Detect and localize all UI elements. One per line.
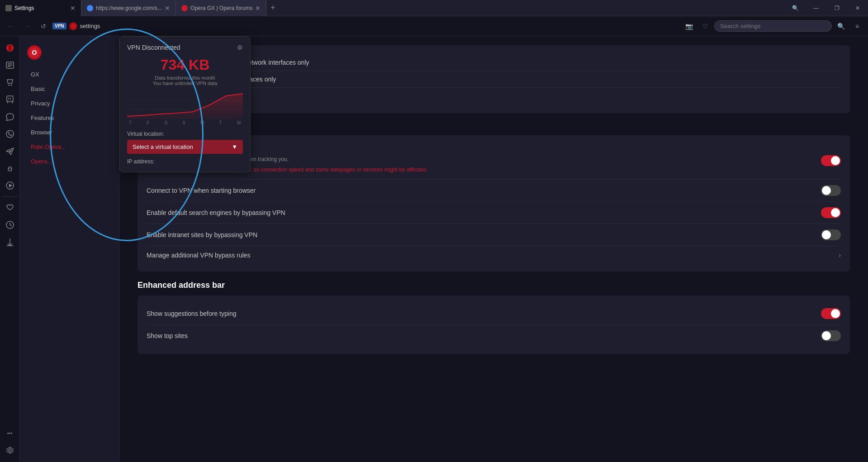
tab-settings-label: Settings [14, 5, 34, 11]
vpn-location-label: Virtual location: [127, 131, 243, 137]
title-search-icon[interactable]: 🔍 [785, 0, 806, 16]
vpn-bypass-intranet-row: Enable intranet sites by bypassing VPN [147, 224, 841, 246]
sidebar-icon-messenger[interactable] [2, 109, 18, 125]
vpn-popup-header: VPN Disconnected ⚙ [127, 44, 243, 51]
enhanced-address-bar-card: Show suggestions before typing Show top … [138, 295, 850, 354]
enhanced-address-bar-section: Enhanced address bar Show suggestions be… [138, 281, 850, 354]
show-suggestions-left: Show suggestions before typing [147, 310, 821, 317]
svg-point-1 [8, 45, 12, 51]
vpn-bypass-search-knob [831, 208, 840, 217]
radio-default-public[interactable]: Use default public network interfaces on… [147, 71, 841, 88]
show-suggestions-label: Show suggestions before typing [147, 310, 821, 317]
tab-google-close[interactable]: ✕ [165, 5, 170, 12]
svg-rect-8 [7, 96, 13, 101]
tab-opera-forums[interactable]: Opera GX | Opera forums ✕ [176, 0, 266, 16]
minimize-button[interactable]: — [806, 0, 826, 16]
sidebar-icon-discord[interactable] [2, 160, 18, 176]
vpn-dropdown-arrow: ▼ [232, 143, 237, 150]
nav-item-browser[interactable]: Browser [24, 125, 115, 139]
svg-point-13 [10, 168, 11, 169]
sidebar-icon-settings[interactable] [2, 442, 18, 458]
toolbar-right: 📷 ♡ 🔍 ≡ [682, 19, 864, 33]
vpn-enable-row: Enable VPN Learn more Browse with VPN to… [147, 143, 841, 180]
vpn-bypass-intranet-left: Enable intranet sites by bypassing VPN [147, 231, 821, 238]
vpn-kb-value: 734 KB [161, 57, 210, 73]
opera-logo-icon [69, 22, 77, 30]
nav-item-basic[interactable]: Basic [24, 82, 115, 96]
google-favicon [87, 5, 93, 11]
main-layout: ••• O GX Basic Privacy Features Browser … [0, 36, 868, 462]
search-button[interactable]: 🔍 [834, 19, 848, 33]
svg-marker-15 [9, 184, 12, 187]
vpn-bypass-search-toggle[interactable] [821, 207, 841, 218]
settings-favicon [5, 5, 12, 11]
vpn-location-select[interactable]: Select a virtual location ▼ [127, 140, 243, 154]
sidebar-icon-telegram[interactable] [2, 143, 18, 159]
nav-item-features[interactable]: Features [24, 111, 115, 125]
sidebar-icon-heart[interactable] [2, 200, 18, 216]
favorites-button[interactable]: ♡ [698, 19, 712, 33]
nav-item-rate[interactable]: Rate Opera... [24, 140, 115, 154]
tab-settings[interactable]: Settings ✕ [0, 0, 81, 16]
chart-day-s1: S [164, 120, 167, 125]
menu-button[interactable]: ≡ [850, 19, 864, 33]
sidebar-icon-dots[interactable]: ••• [2, 425, 18, 441]
vpn-data-amount: 734 KB [127, 57, 243, 73]
sidebar-icon-twitch[interactable] [2, 91, 18, 108]
vpn-gear-icon[interactable]: ⚙ [237, 44, 243, 51]
vpn-bypass-intranet-toggle[interactable] [821, 229, 841, 240]
sidebar-icon-shopping[interactable] [2, 74, 18, 90]
close-button[interactable]: ✕ [847, 0, 868, 16]
vpn-connect-start-label: Connect to VPN when starting browser [147, 187, 821, 194]
reload-button[interactable]: ↺ [36, 19, 51, 33]
radio-default-public-private[interactable]: Use default public and private network i… [147, 54, 841, 71]
sidebar-icon-whatsapp[interactable] [2, 126, 18, 142]
forward-button[interactable]: → [20, 19, 34, 33]
show-top-sites-left: Show top sites [147, 332, 821, 339]
svg-point-11 [6, 130, 14, 138]
new-tab-button[interactable]: + [266, 2, 279, 14]
search-settings-input[interactable] [714, 20, 832, 32]
chart-day-s2: S [182, 120, 185, 125]
enhanced-address-bar-title: Enhanced address bar [138, 281, 850, 290]
toolbar: ← → ↺ VPN settings 📷 ♡ 🔍 ≡ [0, 16, 868, 36]
vpn-enable-toggle[interactable] [821, 155, 841, 166]
nav-item-privacy[interactable]: Privacy [24, 96, 115, 110]
vpn-bypass-intranet-label: Enable intranet sites by bypassing VPN [147, 231, 821, 238]
nav-item-opera-more[interactable]: Opera... [24, 154, 115, 168]
vpn-connect-start-left: Connect to VPN when starting browser [147, 187, 821, 194]
sidebar-icon-news[interactable] [2, 57, 18, 73]
maximize-button[interactable]: ❐ [826, 0, 847, 16]
sidebar-icon-player[interactable] [2, 177, 18, 194]
back-button[interactable]: ← [4, 19, 18, 33]
radio-disable-udp[interactable]: Disable non-proxied UDP [147, 88, 841, 104]
vpn-bypass-rules-left: Manage additional VPN bypass rules [147, 252, 839, 259]
svg-point-19 [9, 449, 11, 452]
tab-opera-forums-close[interactable]: ✕ [255, 5, 261, 12]
vpn-bypass-search-label: Enable default search engines by bypassi… [147, 209, 821, 216]
show-suggestions-toggle[interactable] [821, 308, 841, 319]
vpn-badge[interactable]: VPN [52, 23, 66, 29]
tab-bar: Settings ✕ https://www.google.com/s... ✕… [0, 0, 785, 16]
vpn-bypass-rules-row[interactable]: Manage additional VPN bypass rules › [147, 246, 841, 264]
sidebar-icon-history[interactable] [2, 217, 18, 233]
vpn-unlimited-label: You have unlimited VPN data [127, 81, 243, 86]
address-text[interactable]: settings [80, 23, 100, 29]
vpn-connect-start-toggle[interactable] [821, 185, 841, 196]
vpn-location-placeholder: Select a virtual location [133, 143, 193, 150]
vpn-bypass-search-row: Enable default search engines by bypassi… [147, 202, 841, 224]
screenshot-button[interactable]: 📷 [682, 19, 696, 33]
settings-panel: O GX Basic Privacy Features Browser Rate… [20, 36, 119, 462]
show-top-sites-toggle[interactable] [821, 330, 841, 341]
tab-google[interactable]: https://www.google.com/s... ✕ [81, 0, 176, 16]
chart-day-t2: T [219, 120, 222, 125]
tab-settings-close[interactable]: ✕ [70, 5, 76, 12]
nav-item-gx[interactable]: GX [24, 67, 115, 81]
vpn-toggle-knob [831, 156, 840, 165]
vpn-popup: VPN Disconnected ⚙ 734 KB Data transferr… [119, 36, 251, 172]
settings-logo: O [20, 42, 119, 67]
tab-opera-label: Opera GX | Opera forums [190, 5, 252, 11]
sidebar-icon-opera[interactable] [2, 40, 18, 56]
vpn-connect-start-knob [822, 186, 831, 195]
sidebar-icon-downloads[interactable] [2, 234, 18, 250]
